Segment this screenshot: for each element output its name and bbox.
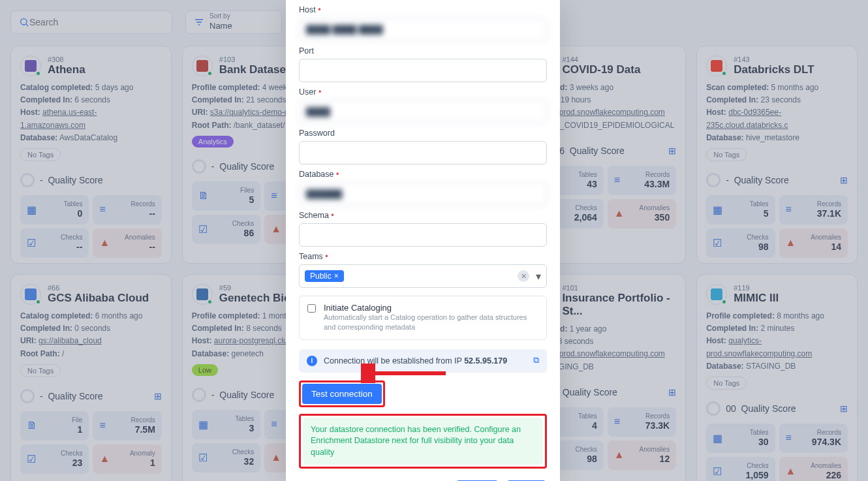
copy-icon[interactable]: ⧉: [533, 356, 539, 365]
catalog-option[interactable]: Initiate Cataloging Automatically start …: [299, 296, 547, 340]
test-connection-button[interactable]: Test connection: [302, 384, 382, 404]
schema-label: Schema •: [299, 211, 547, 220]
port-input[interactable]: [299, 59, 547, 82]
chip-close-icon[interactable]: ×: [334, 272, 339, 281]
clear-icon[interactable]: ✕: [518, 270, 529, 282]
user-label: User •: [299, 87, 547, 97]
schema-input[interactable]: [299, 223, 547, 247]
add-datastore-modal: Host • Port User • Password Database • S…: [286, 0, 560, 481]
catalog-title: Initiate Cataloging: [324, 303, 538, 313]
info-icon: i: [307, 356, 317, 366]
test-connection-highlight: Test connection: [299, 380, 385, 407]
host-input[interactable]: [299, 18, 547, 41]
success-message: Your datastore connection has been verif…: [303, 418, 543, 465]
teams-select[interactable]: Public × ✕ ▾: [299, 264, 547, 288]
database-label: Database •: [299, 170, 547, 179]
port-label: Port: [299, 46, 547, 55]
database-input[interactable]: [299, 182, 547, 206]
annotation-arrow: [361, 364, 452, 383]
catalog-checkbox[interactable]: [307, 304, 316, 313]
team-chip[interactable]: Public ×: [305, 270, 344, 282]
success-highlight: Your datastore connection has been verif…: [299, 414, 547, 469]
password-label: Password: [299, 129, 547, 138]
catalog-desc: Automatically start a Catalog operation …: [324, 313, 538, 333]
password-input[interactable]: [299, 141, 547, 164]
host-label: Host •: [299, 5, 547, 14]
chevron-down-icon: ▾: [536, 270, 541, 283]
user-input[interactable]: [299, 100, 547, 123]
teams-label: Teams •: [299, 252, 547, 261]
